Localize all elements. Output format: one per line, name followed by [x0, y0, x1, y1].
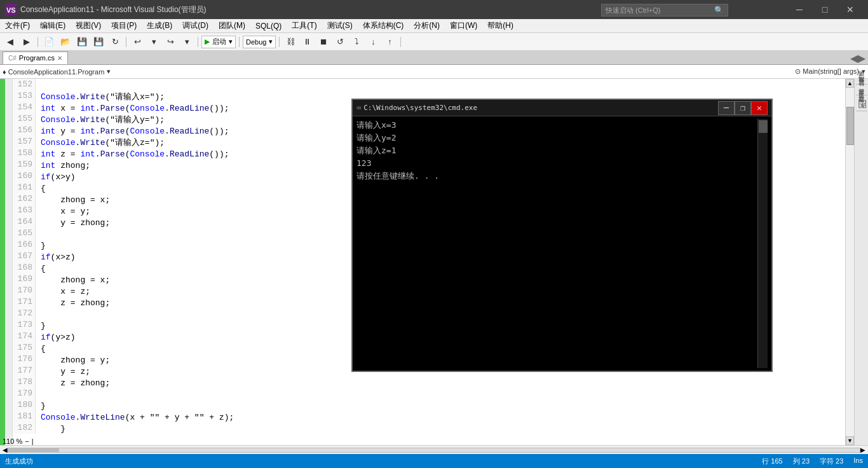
redo-dropdown[interactable]: ▾ [179, 35, 194, 49]
start-dropdown-icon: ▾ [229, 38, 233, 46]
tab-close-btn[interactable]: ✕ [57, 55, 62, 62]
cmd-restore-btn[interactable]: ❐ [735, 101, 751, 115]
horizontal-scrollbar[interactable]: ◀ ▶ [0, 445, 868, 454]
menu-analyze[interactable]: 分析(N) [409, 19, 445, 32]
right-panel-item-6[interactable]: 管理器 [856, 106, 867, 108]
undo-btn[interactable]: ↩ [130, 35, 145, 49]
tab-label: Program.cs [19, 54, 55, 62]
right-panel-item-7[interactable]: 图 [855, 114, 869, 116]
scroll-track[interactable] [8, 448, 860, 453]
path-method: ⊙ Main(string[] args) [795, 67, 859, 76]
path-class: ♦ ConsoleApplication11.Program [3, 68, 104, 76]
cmd-output: 请输入x=3请输入y=2请输入z=1123请按任意键继续. . . [356, 119, 757, 368]
open-btn[interactable]: 📂 [58, 35, 73, 49]
minimize-button[interactable]: ─ [787, 0, 812, 19]
tab-bar: C# Program.cs ✕ ◀ ▶ [0, 51, 868, 65]
sep5 [279, 37, 280, 47]
step-into-btn[interactable]: ↓ [365, 35, 381, 49]
tab-scroll-left[interactable]: ◀ [850, 52, 858, 64]
start-btn[interactable]: ▶ 启动 ▾ [201, 36, 236, 48]
menu-project[interactable]: 项目(P) [106, 19, 142, 32]
path-bar: ♦ ConsoleApplication11.Program ▾ ⊙ Main(… [0, 65, 868, 79]
menu-arch[interactable]: 体系结构(C) [358, 19, 409, 32]
scroll-thumb[interactable] [846, 107, 854, 145]
step-out-btn[interactable]: ↑ [382, 35, 397, 49]
cmd-window: ⌨ C:\Windows\system32\cmd.exe ─ ❐ ✕ 请输入x… [351, 99, 773, 372]
back-btn[interactable]: ◀ [3, 35, 18, 49]
cmd-minimize-btn[interactable]: ─ [718, 101, 735, 115]
bookmark-gutter [5, 79, 13, 445]
pause-btn[interactable]: ⏸ [299, 35, 315, 49]
start-label: 启动 [212, 37, 226, 46]
svg-text:VS: VS [6, 6, 16, 14]
line-numbers: 1521531541551561571581591601611621631641… [13, 79, 36, 434]
cmd-content: 请输入x=3请输入y=2请输入z=1123请按任意键继续. . . [353, 116, 771, 371]
right-panel-sep2 [856, 95, 867, 95]
sep6 [400, 37, 401, 47]
save-btn[interactable]: 💾 [74, 35, 90, 49]
right-panel-item-3[interactable]: 旋转 [856, 90, 867, 92]
debug-mode-label: Debug [246, 38, 266, 46]
menu-view[interactable]: 视图(V) [71, 19, 106, 32]
stop-btn[interactable]: ⏹ [316, 35, 331, 49]
redo-btn[interactable]: ↪ [163, 35, 178, 49]
scroll-up-arrow[interactable]: ▲ [846, 79, 854, 88]
restart-btn[interactable]: ↺ [332, 35, 348, 49]
refresh-btn[interactable]: ↻ [107, 35, 123, 49]
forward-btn[interactable]: ▶ [19, 35, 34, 49]
tab-scroll-right[interactable]: ▶ [858, 52, 865, 64]
status-bar: 生成成功 行 165 列 23 字符 23 Ins [0, 454, 868, 468]
title-bar: VS ConsoleApplication11 - Microsoft Visu… [0, 0, 868, 19]
menu-test[interactable]: 测试(S) [322, 19, 358, 32]
menu-build[interactable]: 生成(B) [142, 19, 177, 32]
menu-edit[interactable]: 编辑(E) [35, 19, 71, 32]
scroll-track[interactable] [846, 88, 854, 436]
ins-mode: Ins [853, 457, 863, 466]
scroll-thumb[interactable] [8, 448, 59, 452]
right-panel-item-1[interactable]: 测试 [856, 80, 867, 83]
new-btn[interactable]: 📄 [41, 35, 57, 49]
zoom-area: 110 % − | [3, 437, 34, 445]
cmd-close-btn[interactable]: ✕ [751, 101, 768, 115]
debug-mode-dropdown[interactable]: Debug ▾ [243, 36, 276, 48]
right-panel-item-2[interactable]: 沿对角线 [856, 86, 867, 88]
right-panel-sep3 [856, 111, 867, 111]
app-title: ConsoleApplication11 - Microsoft Visual … [20, 4, 207, 15]
save-all-btn[interactable]: 💾 [91, 35, 106, 49]
zoom-slider[interactable]: | [32, 437, 34, 445]
right-panel: 测试 沿对角线 旋转 服务器 资源 管理器 图 [854, 79, 868, 445]
scroll-down-arrow[interactable]: ▼ [846, 436, 854, 445]
tab-program-cs[interactable]: C# Program.cs ✕ [3, 52, 68, 64]
col-indicator: 列 23 [793, 457, 810, 466]
vs-logo: VS [5, 4, 17, 15]
row-indicator: 行 165 [762, 457, 782, 466]
cmd-scroll-thumb[interactable] [759, 120, 768, 133]
quick-launch-label: 快速启动 (Ctrl+Q) [606, 6, 660, 15]
right-panel-item-5[interactable]: 资源 [856, 102, 867, 104]
editor-vertical-scrollbar[interactable]: ▲ ▼ [845, 79, 854, 445]
right-panel-item-4[interactable]: 服务器 [856, 98, 867, 100]
right-panel-sep [856, 84, 867, 85]
path-class-dropdown[interactable]: ▾ [107, 67, 111, 76]
cmd-scrollbar[interactable] [757, 119, 768, 368]
menu-team[interactable]: 团队(M) [214, 19, 250, 32]
menu-tools[interactable]: 工具(T) [287, 19, 322, 32]
step-over-btn[interactable]: ⤵ [349, 35, 364, 49]
zoom-decrease-btn[interactable]: − [25, 437, 29, 445]
menu-window[interactable]: 窗口(W) [445, 19, 482, 32]
sep1 [37, 37, 38, 47]
scroll-left-arrow[interactable]: ◀ [3, 446, 8, 453]
menu-help[interactable]: 帮助(H) [482, 19, 519, 32]
attach-btn[interactable]: ⛓ [283, 35, 298, 49]
path-method-dropdown[interactable]: ▾ [862, 67, 865, 76]
undo-dropdown[interactable]: ▾ [146, 35, 161, 49]
maximize-button[interactable]: □ [812, 0, 837, 19]
close-button[interactable]: ✕ [837, 0, 863, 19]
menu-file[interactable]: 文件(F) [0, 19, 35, 32]
toolbar-row1: ◀ ▶ 📄 📂 💾 💾 ↻ ↩ ▾ ↪ ▾ ▶ 启动 ▾ Debug ▾ ⛓ ⏸… [0, 33, 868, 51]
menu-sql[interactable]: SQL(Q) [250, 19, 287, 32]
menu-debug[interactable]: 调试(D) [177, 19, 214, 32]
scroll-right-arrow[interactable]: ▶ [860, 446, 865, 453]
char-indicator: 字符 23 [820, 457, 843, 466]
green-gutter [0, 79, 5, 445]
